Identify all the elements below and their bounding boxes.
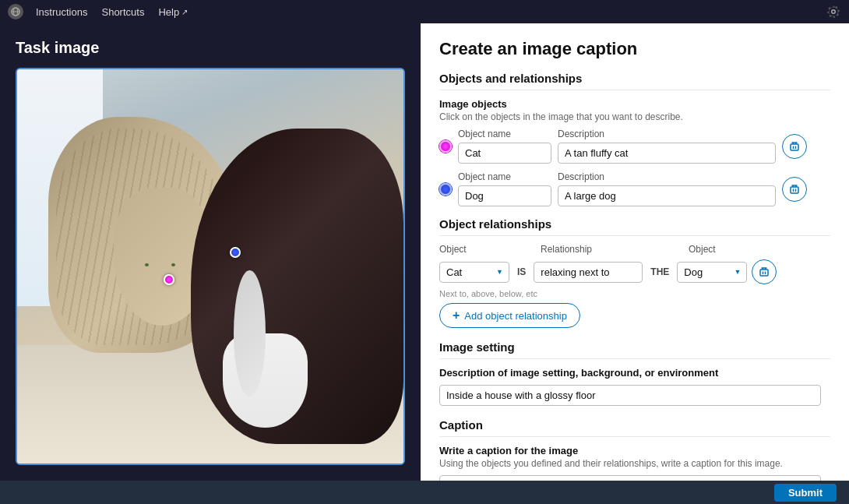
object-relationships-section: Object relationships Object Relationship… [439, 217, 830, 328]
add-rel-label: Add object relationship [464, 310, 567, 322]
add-relationship-button[interactable]: + Add object relationship [439, 303, 580, 328]
right-panel: Create an image caption Objects and rela… [421, 23, 849, 481]
object1-desc-col: Description [558, 129, 776, 164]
rel-headers: Object Relationship Object [439, 244, 830, 256]
rel-relationship-label: Relationship [541, 244, 650, 255]
svg-rect-15 [760, 270, 768, 276]
app-logo [8, 4, 23, 19]
object-relationships-label: Object relationships [439, 217, 830, 236]
object2-dot [439, 183, 452, 196]
nav-instructions[interactable]: Instructions [30, 5, 93, 19]
settings-icon[interactable] [826, 4, 841, 19]
rel-object-left-label: Object [439, 244, 509, 255]
svg-rect-3 [791, 144, 798, 150]
object1-name-col: Object name [458, 129, 551, 164]
object2-name-input[interactable] [458, 185, 551, 206]
object2-desc-col: Description [558, 171, 776, 206]
object1-name-label: Object name [458, 129, 551, 139]
object2-desc-label: Description [558, 171, 776, 182]
rel-the-label: THE [647, 266, 672, 277]
image-setting-label: Description of image setting, background… [439, 367, 830, 379]
nav-shortcuts[interactable]: Shortcuts [95, 5, 150, 19]
bottom-bar: Submit [0, 481, 849, 504]
svg-rect-9 [791, 187, 798, 193]
caption-textarea[interactable]: A tan, fluffy cat relaxes next to a larg… [439, 475, 821, 481]
caption-section-title: Caption [439, 418, 830, 437]
rel-object1-select-wrapper: Cat Dog [439, 262, 509, 283]
objects-section-title: Objects and relationships [439, 72, 830, 90]
delete-object1-button[interactable] [782, 134, 807, 159]
object-row-1: Object name Description [439, 129, 830, 164]
image-objects-hint: Click on the objects in the image that y… [439, 111, 830, 122]
relationship-row-1: Cat Dog IS THE Dog Cat [439, 259, 830, 284]
rel-hint: Next to, above, below, etc [439, 289, 830, 298]
rel-relationship-input[interactable] [534, 262, 643, 283]
task-image [17, 69, 403, 463]
nav-help[interactable]: Help ↗ [152, 5, 194, 19]
task-image-title: Task image [16, 39, 405, 57]
image-container [16, 68, 405, 465]
object2-desc-input[interactable] [558, 185, 776, 206]
image-setting-title: Image setting [439, 340, 830, 359]
left-panel: Task image [0, 23, 421, 481]
image-setting-section: Image setting Description of image setti… [439, 340, 830, 406]
delete-object2-button[interactable] [782, 177, 807, 202]
rel-object-right-label: Object [689, 244, 759, 255]
image-setting-input[interactable] [439, 385, 821, 406]
caption-label: Write a caption for the image [439, 445, 830, 456]
panel-title: Create an image caption [439, 39, 830, 59]
object1-name-input[interactable] [458, 143, 551, 164]
rel-is-label: IS [514, 266, 529, 277]
submit-button[interactable]: Submit [774, 484, 837, 502]
caption-section: Caption Write a caption for the image Us… [439, 418, 830, 481]
image-objects-group: Image objects Click on the objects in th… [439, 98, 830, 206]
image-objects-label: Image objects [439, 98, 830, 110]
annotation-dot-dog[interactable] [230, 247, 241, 258]
object2-name-label: Object name [458, 171, 551, 182]
object1-desc-label: Description [558, 129, 776, 139]
external-link-icon: ↗ [181, 8, 188, 16]
topbar: Instructions Shortcuts Help ↗ [0, 0, 849, 23]
rel-object2-select-wrapper: Dog Cat [677, 262, 747, 283]
caption-hint: Using the objects you defined and their … [439, 458, 830, 469]
object-row-2: Object name Description [439, 171, 830, 206]
object2-name-col: Object name [458, 171, 551, 206]
main-content: Task image [0, 23, 849, 481]
object1-desc-input[interactable] [558, 143, 776, 164]
delete-rel1-button[interactable] [752, 259, 777, 284]
rel-object1-select[interactable]: Cat Dog [439, 262, 509, 283]
add-rel-plus-icon: + [453, 308, 460, 322]
rel-object2-select[interactable]: Dog Cat [677, 262, 747, 283]
object1-dot [439, 140, 452, 153]
